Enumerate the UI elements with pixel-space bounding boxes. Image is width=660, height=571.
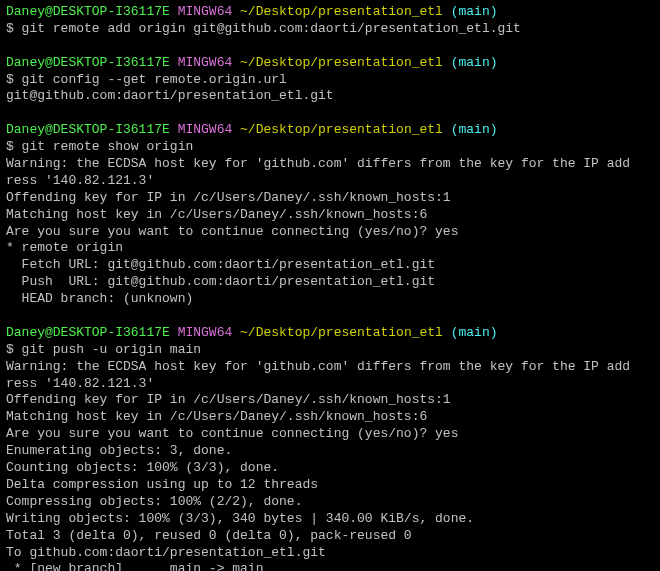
output-line: Delta compression using up to 12 threads [6,477,654,494]
output-line: Fetch URL: git@github.com:daorti/present… [6,257,654,274]
prompt-user: Daney@DESKTOP-I36117E [6,55,170,70]
prompt-branch: (main) [443,122,498,137]
output-line: Are you sure you want to continue connec… [6,426,654,443]
prompt-line: Daney@DESKTOP-I36117E MINGW64 ~/Desktop/… [6,55,654,72]
command-line: $ git config --get remote.origin.url [6,72,654,89]
prompt-line: Daney@DESKTOP-I36117E MINGW64 ~/Desktop/… [6,4,654,21]
output-line: Offending key for IP in /c/Users/Daney/.… [6,392,654,409]
command-line: $ git remote add origin git@github.com:d… [6,21,654,38]
output-line: Total 3 (delta 0), reused 0 (delta 0), p… [6,528,654,545]
command-line: $ git push -u origin main [6,342,654,359]
output-line: Enumerating objects: 3, done. [6,443,654,460]
prompt-user: Daney@DESKTOP-I36117E [6,325,170,340]
prompt-host: MINGW64 [170,4,232,19]
output-line: To github.com:daorti/presentation_etl.gi… [6,545,654,562]
prompt-path: ~/Desktop/presentation_etl [232,4,443,19]
prompt-branch: (main) [443,55,498,70]
output-line: ress '140.82.121.3' [6,376,654,393]
prompt-branch: (main) [443,325,498,340]
prompt-path: ~/Desktop/presentation_etl [232,122,443,137]
output-line: HEAD branch: (unknown) [6,291,654,308]
output-line: ress '140.82.121.3' [6,173,654,190]
output-line: Matching host key in /c/Users/Daney/.ssh… [6,207,654,224]
output-line: Compressing objects: 100% (2/2), done. [6,494,654,511]
prompt-host: MINGW64 [170,325,232,340]
prompt-path: ~/Desktop/presentation_etl [232,55,443,70]
prompt-user: Daney@DESKTOP-I36117E [6,4,170,19]
terminal-window[interactable]: Daney@DESKTOP-I36117E MINGW64 ~/Desktop/… [6,4,654,571]
prompt-host: MINGW64 [170,122,232,137]
output-line: Warning: the ECDSA host key for 'github.… [6,359,654,376]
blank-line [6,38,654,55]
output-line: git@github.com:daorti/presentation_etl.g… [6,88,654,105]
prompt-host: MINGW64 [170,55,232,70]
prompt-branch: (main) [443,4,498,19]
prompt-line: Daney@DESKTOP-I36117E MINGW64 ~/Desktop/… [6,325,654,342]
output-line: Writing objects: 100% (3/3), 340 bytes |… [6,511,654,528]
output-line: Offending key for IP in /c/Users/Daney/.… [6,190,654,207]
command-line: $ git remote show origin [6,139,654,156]
blank-line [6,308,654,325]
output-line: Counting objects: 100% (3/3), done. [6,460,654,477]
prompt-line: Daney@DESKTOP-I36117E MINGW64 ~/Desktop/… [6,122,654,139]
output-line: Matching host key in /c/Users/Daney/.ssh… [6,409,654,426]
output-line: Are you sure you want to continue connec… [6,224,654,241]
blank-line [6,105,654,122]
output-line: * [new branch] main -> main [6,561,654,571]
output-line: * remote origin [6,240,654,257]
output-line: Warning: the ECDSA host key for 'github.… [6,156,654,173]
prompt-user: Daney@DESKTOP-I36117E [6,122,170,137]
output-line: Push URL: git@github.com:daorti/presenta… [6,274,654,291]
prompt-path: ~/Desktop/presentation_etl [232,325,443,340]
